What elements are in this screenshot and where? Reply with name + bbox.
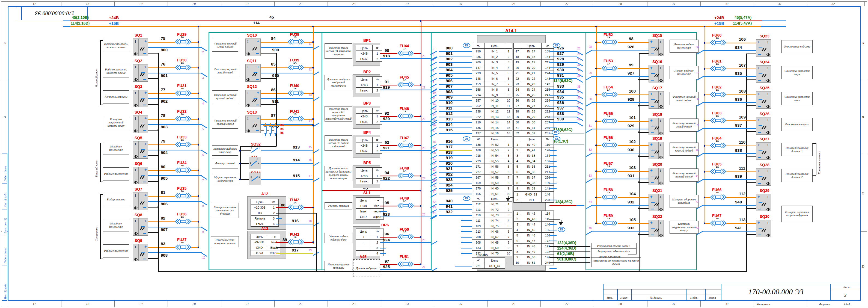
- inductive-sensor-icon: [246, 129, 251, 132]
- wire: [592, 153, 649, 153]
- frame-tick: [540, 301, 541, 307]
- frame-tick: [434, 301, 434, 307]
- wire-number: 81: [161, 190, 165, 194]
- junction-dot: [420, 205, 422, 207]
- pin-table-cell: ≫: [269, 199, 279, 205]
- wire-number: 78: [161, 113, 165, 117]
- cross-reference: 16(1,3C): [553, 139, 568, 143]
- output-stub: [550, 161, 557, 162]
- wire: [261, 98, 313, 99]
- wire-slash: [586, 179, 592, 183]
- input-stub: [461, 237, 472, 238]
- wire: [726, 223, 756, 224]
- sensor-function-label: Контроль закрученной штанги вверху: [670, 221, 699, 234]
- wire: [705, 42, 710, 43]
- wire-number: 904: [161, 150, 167, 155]
- wire: [592, 231, 649, 232]
- junction-dot: [746, 182, 747, 184]
- sensor-divider: [138, 64, 139, 82]
- sensor-function-label: Полож.бурголовки датчик 1: [781, 143, 813, 156]
- pin-table-cell: 10: [505, 98, 512, 103]
- pin-table-cell: IN_46: [521, 233, 541, 238]
- plus-terminal: +: [757, 40, 760, 44]
- junction-dot: [595, 26, 597, 27]
- sensor-symbol: I: [247, 65, 248, 69]
- pin-table-cell: IN_50: [521, 254, 541, 260]
- sensor-ref: SQ16: [652, 60, 662, 64]
- input-wire: [439, 155, 472, 156]
- pin-table-cell: 9: [514, 254, 521, 260]
- wire: [747, 131, 756, 132]
- wire: [747, 105, 756, 106]
- pin-table-cell: 210: [472, 120, 485, 125]
- wire: [148, 53, 159, 54]
- wire: [592, 102, 649, 103]
- sensor-ref: SQ9: [134, 239, 142, 243]
- fuse-rating: 1А: [293, 113, 297, 116]
- wire-slash: [586, 153, 592, 157]
- plus-terminal: +: [145, 90, 147, 94]
- wire-number: 76: [161, 62, 165, 66]
- wire-slash: [201, 124, 207, 128]
- pin-table-cell: 3: [514, 222, 521, 227]
- fuse-icon: [397, 261, 414, 267]
- harness-boundary: [586, 270, 697, 270]
- sensor-divider: [138, 218, 139, 236]
- core-number: 8: [202, 205, 204, 208]
- minus-terminal: [758, 80, 761, 81]
- pin-table-cell: [505, 43, 512, 49]
- core-number: 7: [202, 179, 204, 182]
- wire-number: 106: [739, 37, 746, 41]
- fuse-icon: [710, 39, 726, 45]
- wire: [261, 67, 288, 68]
- pin-table-cell: Цепь: [356, 77, 373, 82]
- junction-dot: [197, 221, 199, 222]
- pin-table-cell: IN_53: [485, 148, 505, 153]
- input-wire: [439, 100, 472, 101]
- core-number: 27: [433, 190, 436, 193]
- sensor-ref: SQ20: [652, 162, 662, 166]
- fuse-rating: 1А: [293, 202, 297, 204]
- input-wire: [439, 73, 472, 74]
- wire-slash: [313, 45, 319, 50]
- wire: [148, 150, 202, 150]
- fuse-icon: [710, 220, 726, 226]
- wire: [63, 26, 70, 27]
- core-number: 19: [433, 147, 436, 149]
- core-number: 39: [577, 107, 580, 110]
- wire-number: 940: [735, 200, 742, 204]
- sensor-ref: SQ10: [247, 33, 257, 37]
- pin-table-cell: IN_5: [485, 70, 505, 76]
- sensor-symbol: I: [767, 221, 768, 224]
- pin-table-cell: 9: [505, 186, 512, 191]
- core-number: 15: [433, 119, 436, 122]
- fuse-icon: [601, 91, 618, 97]
- contact-stub: [141, 124, 145, 124]
- minus-terminal: [651, 132, 654, 133]
- pin-table-cell: Цепь: [356, 137, 373, 143]
- sensor-symbol: I: [135, 142, 136, 146]
- junction-dot: [704, 120, 705, 122]
- wire: [550, 205, 576, 206]
- sensor-divider: [138, 116, 139, 133]
- pin-table-cell: IN_75: [485, 223, 505, 229]
- format-label: Формат: [819, 303, 830, 306]
- wire: [148, 119, 175, 120]
- core-number: 20: [433, 152, 436, 155]
- zone-divider: [861, 231, 867, 232]
- sensor-function-label: Измерен. оборотов шпинделя: [670, 195, 699, 208]
- sensor-symbol: I: [247, 91, 248, 94]
- wire: [576, 205, 584, 206]
- contact-number: 1: [250, 162, 251, 164]
- core-number: 32: [589, 149, 592, 151]
- fuse-rating: 1А: [607, 36, 610, 39]
- resistor-ref: R5: [280, 131, 284, 134]
- wire: [762, 21, 786, 21]
- pin-table-cell: IN_29: [521, 114, 541, 120]
- fuse-rating: 1А: [403, 200, 406, 202]
- plus-terminal: +: [757, 66, 760, 70]
- fuse-bus: [198, 26, 199, 248]
- sensor-symbol: I: [135, 65, 136, 69]
- controller-ref: А14.1: [505, 29, 517, 33]
- junction-dot: [420, 175, 422, 177]
